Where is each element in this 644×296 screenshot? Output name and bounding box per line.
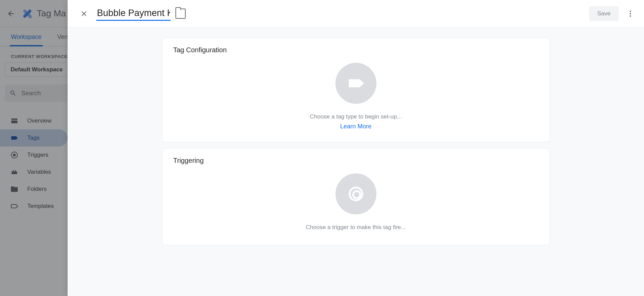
empty-icon-circle [335, 173, 376, 214]
svg-point-7 [630, 15, 631, 17]
title-wrap [96, 6, 186, 21]
tag-editor-panel: Save Tag Configuration Choose a tag type… [68, 0, 644, 296]
more-menu-button[interactable] [624, 7, 637, 20]
triggering-empty-state: Choose a trigger to make this tag fire..… [173, 171, 539, 234]
panel-header: Save [68, 0, 644, 27]
svg-point-6 [630, 13, 631, 14]
tag-icon [346, 74, 366, 93]
learn-more-link[interactable]: Learn More [340, 123, 371, 130]
card-title: Tag Configuration [173, 46, 539, 54]
trigger-icon [347, 185, 364, 202]
more-vert-icon [626, 10, 634, 18]
triggering-card[interactable]: Triggering Choose a trigger to make this… [162, 148, 550, 245]
empty-hint: Choose a trigger to make this tag fire..… [306, 224, 406, 231]
save-button[interactable]: Save [589, 6, 619, 21]
empty-hint: Choose a tag type to begin set-up... [310, 113, 402, 120]
card-title: Triggering [173, 157, 539, 165]
close-button[interactable] [77, 7, 91, 20]
svg-point-9 [353, 191, 360, 198]
tag-name-input[interactable] [96, 6, 171, 21]
close-icon [80, 10, 88, 18]
tag-config-empty-state: Choose a tag type to begin set-up... Lea… [173, 61, 539, 130]
folder-picker-button[interactable] [175, 9, 186, 19]
empty-icon-circle [335, 63, 376, 104]
tag-configuration-card[interactable]: Tag Configuration Choose a tag type to b… [162, 38, 550, 142]
panel-body: Tag Configuration Choose a tag type to b… [68, 27, 644, 296]
svg-point-5 [630, 11, 631, 12]
